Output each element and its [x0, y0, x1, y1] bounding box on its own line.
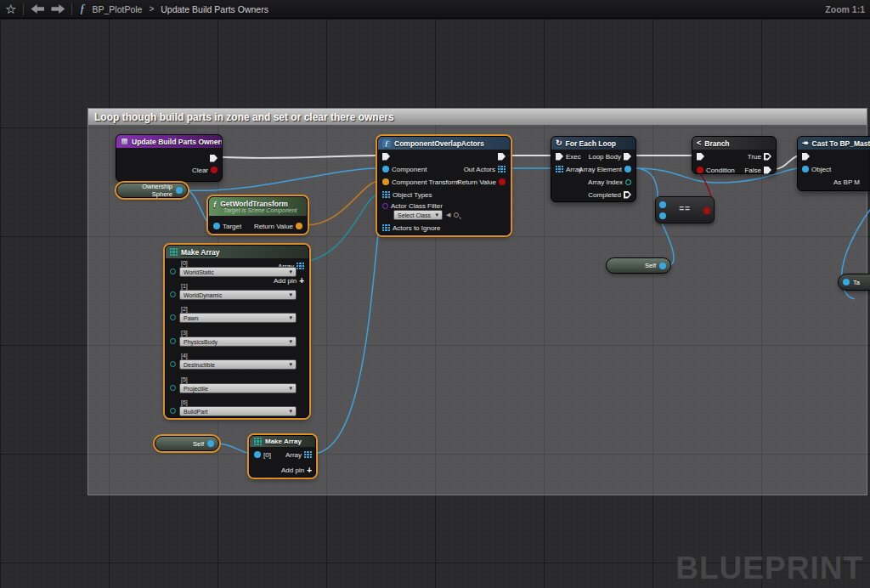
chevron-down-icon: ▾ — [289, 385, 292, 392]
node-cast-to-bp-master[interactable]: ↠ Cast To BP_Master Object As BP M — [797, 136, 870, 191]
array-out-pin[interactable] — [304, 451, 312, 459]
node-self-middle[interactable]: Self — [606, 257, 671, 274]
node-self-bottom[interactable]: Self — [155, 436, 219, 451]
breadcrumb-current[interactable]: Update Build Parts Owners — [161, 4, 268, 14]
chevron-down-icon: ▾ — [435, 212, 438, 218]
compare-result-pin[interactable] — [703, 207, 710, 214]
node-update-build-parts-owners[interactable]: Update Build Parts Owners Clear — [116, 134, 223, 182]
entry-index: [4] — [179, 353, 304, 359]
pin-label: Return Value — [457, 178, 496, 186]
select-class-dropdown[interactable]: Select Class ▾ — [393, 210, 443, 220]
exec-in-pin[interactable] — [382, 153, 390, 161]
add-pin-label[interactable]: Add pin — [281, 466, 304, 474]
node-make-array-types[interactable]: Make Array Array + Add pin [0] WorldStat… — [165, 245, 309, 418]
self-out-pin[interactable] — [207, 440, 214, 447]
target-pin[interactable] — [213, 223, 220, 229]
actors-to-ignore-pin[interactable] — [382, 224, 390, 232]
node-target-partial[interactable]: Ta — [838, 274, 870, 291]
target-in-pin[interactable] — [843, 279, 850, 286]
pin-label: True — [748, 153, 761, 161]
back-arrow-icon[interactable] — [31, 4, 44, 14]
element-pin[interactable] — [170, 314, 176, 320]
node-equal-compare[interactable]: == — [655, 196, 715, 223]
element-pin[interactable] — [170, 338, 176, 344]
enum-dropdown[interactable]: Pawn ▾ — [179, 313, 297, 323]
as-cast-label: As BP M — [833, 178, 860, 186]
browse-icon[interactable] — [454, 212, 459, 218]
pin-label: Component Transform — [392, 178, 460, 186]
out-actors-pin[interactable] — [498, 166, 506, 173]
node-title: ComponentOverlapActors — [394, 139, 484, 148]
element-pin[interactable] — [170, 269, 176, 274]
component-transform-pin[interactable] — [382, 178, 389, 185]
array-index-pin[interactable] — [625, 179, 631, 185]
return-value-pin[interactable] — [499, 178, 506, 185]
variable-label: Ownership Sphere — [121, 183, 172, 198]
plus-icon[interactable]: + — [307, 466, 312, 475]
pin-label: Condition — [706, 167, 735, 174]
pin-label: Object Types — [393, 191, 432, 199]
event-icon — [121, 138, 128, 145]
entry-index: [3] — [179, 330, 304, 336]
comment-header[interactable]: Loop though build parts in zone and set … — [88, 109, 867, 125]
chevron-down-icon: ▾ — [289, 314, 292, 321]
element-pin[interactable] — [170, 385, 176, 391]
element-pin[interactable] — [170, 291, 176, 297]
loop-body-pin[interactable] — [624, 153, 631, 161]
blueprint-graph-canvas[interactable]: Loop though build parts in zone and set … — [0, 19, 870, 588]
node-branch[interactable]: < Branch True Condition False — [692, 136, 777, 174]
exec-in-pin[interactable] — [556, 153, 563, 161]
array-in-pin[interactable] — [556, 166, 563, 173]
dropdown-value: PhysicsBody — [184, 339, 218, 345]
enum-dropdown[interactable]: WorldStatic ▾ — [179, 267, 297, 277]
object-out-pin[interactable] — [176, 187, 183, 194]
pin-label: Array — [285, 451, 302, 459]
self-out-pin[interactable] — [659, 263, 666, 269]
node-title: Cast To BP_Master — [812, 139, 870, 148]
exec-in-pin[interactable] — [697, 153, 704, 161]
node-get-world-transform[interactable]: ƒ GetWorldTransform Target is Scene Comp… — [208, 196, 308, 234]
function-icon: ƒ — [382, 139, 391, 148]
entry-index: [0] — [263, 451, 271, 459]
array-entry-0: [0] WorldStatic ▾ — [170, 260, 304, 277]
make-array-icon — [254, 438, 262, 445]
enum-dropdown[interactable]: Projectile ▾ — [179, 383, 297, 393]
array-element-pin[interactable] — [624, 166, 631, 172]
object-pin[interactable] — [802, 166, 809, 172]
node-title: Branch — [704, 139, 729, 148]
element-pin[interactable] — [170, 361, 176, 367]
pin-label: False — [744, 167, 761, 174]
exec-out-pin[interactable] — [210, 155, 218, 162]
node-title: Update Build Parts Owners — [132, 138, 222, 146]
component-pin[interactable] — [382, 166, 389, 172]
clear-bool-pin[interactable] — [211, 167, 218, 173]
element-0-pin[interactable] — [254, 451, 261, 458]
element-pin[interactable] — [170, 408, 176, 414]
breadcrumb-root[interactable]: BP_PlotPole — [92, 4, 142, 14]
compare-input-b-pin[interactable] — [659, 212, 666, 219]
enum-dropdown[interactable]: WorldDynamic ▾ — [179, 290, 297, 300]
node-ownership-sphere[interactable]: Ownership Sphere — [116, 183, 188, 198]
false-pin[interactable] — [764, 167, 771, 174]
condition-pin[interactable] — [697, 167, 703, 173]
enum-dropdown[interactable]: Destructible ▾ — [179, 359, 297, 370]
node-make-array-ignore[interactable]: Make Array [0] Array + Add pin — [249, 435, 316, 478]
enum-dropdown[interactable]: PhysicsBody ▾ — [179, 336, 297, 347]
use-asset-icon[interactable]: ◀ — [446, 212, 450, 218]
pin-label: Actors to Ignore — [393, 224, 440, 232]
return-value-pin[interactable] — [296, 223, 302, 229]
object-types-pin[interactable] — [382, 191, 390, 199]
exec-out-pin[interactable] — [498, 153, 506, 161]
completed-pin[interactable] — [624, 191, 631, 199]
node-for-each-loop[interactable]: ↻ For Each Loop Exec Loop Body Array Arr… — [551, 136, 636, 202]
array-entry-6: [6] BuildPart ▾ — [170, 399, 304, 416]
forward-arrow-icon[interactable] — [51, 4, 65, 14]
true-pin[interactable] — [764, 153, 771, 161]
exec-in-pin[interactable] — [802, 153, 810, 161]
actor-class-filter-pin[interactable] — [382, 203, 388, 209]
node-component-overlap-actors[interactable]: ƒ ComponentOverlapActors Component Out A… — [377, 136, 511, 235]
dropdown-value: WorldDynamic — [184, 292, 222, 298]
enum-dropdown[interactable]: BuildPart ▾ — [179, 406, 297, 416]
favorite-star-icon[interactable]: ☆ — [5, 3, 16, 15]
function-icon: ƒ — [79, 3, 85, 16]
